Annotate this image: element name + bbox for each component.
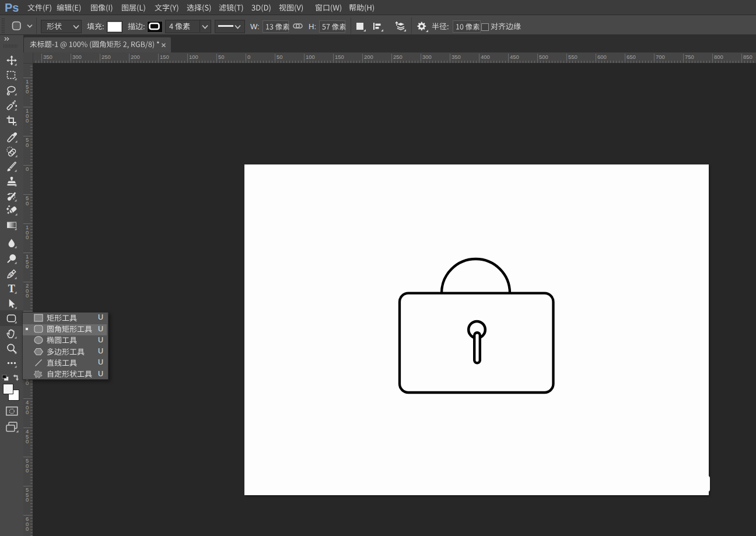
svg-text:50: 50 (276, 54, 283, 60)
svg-text:0: 0 (26, 409, 29, 415)
svg-text:150: 150 (160, 54, 169, 60)
svg-text:150: 150 (335, 54, 344, 60)
svg-text:100: 100 (189, 54, 198, 60)
svg-text:0: 0 (26, 380, 29, 386)
svg-text:550: 550 (568, 54, 578, 60)
svg-text:0: 0 (26, 292, 29, 299)
svg-text:0: 0 (26, 234, 29, 240)
svg-text:350: 350 (452, 54, 461, 60)
svg-text:450: 450 (510, 54, 519, 60)
svg-text:0: 0 (26, 263, 29, 269)
svg-text:0: 0 (26, 496, 29, 503)
svg-text:0: 0 (26, 88, 29, 94)
svg-text:0: 0 (26, 117, 29, 124)
svg-text:0: 0 (26, 438, 29, 444)
svg-text:200: 200 (131, 54, 140, 60)
svg-text:300: 300 (72, 54, 82, 60)
svg-text:850: 850 (743, 54, 752, 60)
svg-text:800: 800 (714, 54, 723, 60)
svg-text:0: 0 (26, 200, 29, 206)
svg-text:100: 100 (306, 54, 315, 60)
svg-text:600: 600 (597, 54, 607, 60)
svg-text:0: 0 (26, 526, 29, 532)
svg-text:200: 200 (364, 54, 373, 60)
svg-text:250: 250 (102, 54, 111, 60)
svg-text:0: 0 (26, 166, 29, 172)
svg-text:0: 0 (26, 467, 29, 474)
svg-text:0: 0 (26, 142, 29, 148)
svg-text:750: 750 (685, 54, 694, 60)
svg-text:700: 700 (656, 54, 665, 60)
svg-text:T: T (8, 283, 15, 294)
svg-text:500: 500 (539, 54, 548, 60)
svg-text:0: 0 (247, 54, 250, 60)
svg-text:250: 250 (393, 54, 402, 60)
svg-text:650: 650 (626, 54, 636, 60)
svg-text:50: 50 (218, 54, 225, 60)
svg-text:400: 400 (481, 54, 490, 60)
svg-text:350: 350 (43, 54, 52, 60)
svg-text:300: 300 (422, 54, 432, 60)
